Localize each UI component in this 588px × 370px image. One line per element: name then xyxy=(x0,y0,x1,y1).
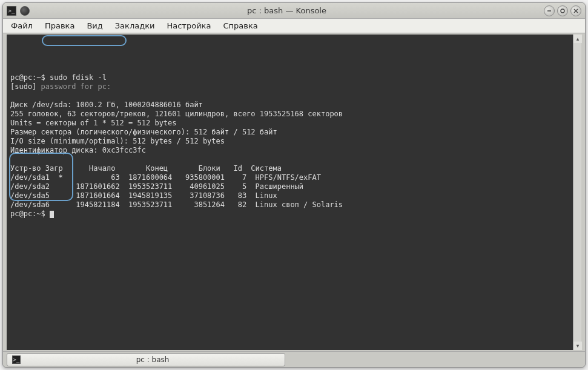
terminal[interactable]: pc@pc:~$ sudo fdisk -l[sudo] password fo… xyxy=(7,35,573,350)
titlebar[interactable]: >_ pc : bash — Konsole xyxy=(3,3,585,19)
terminal-line: pc@pc:~$ xyxy=(10,210,569,219)
terminal-line: Идентификатор диска: 0xc3fcc3fc xyxy=(10,146,569,155)
close-button[interactable] xyxy=(570,5,581,16)
scroll-down-arrow[interactable]: ▾ xyxy=(573,342,582,350)
terminal-line: pc@pc:~$ sudo fdisk -l xyxy=(10,73,569,82)
terminal-line: /dev/sda1 * 63 1871600064 935800001 7 HP… xyxy=(10,173,569,182)
menubar: Файл Правка Вид Закладки Настройка Справ… xyxy=(3,19,585,33)
minimize-button[interactable] xyxy=(544,5,555,16)
terminal-area: pc@pc:~$ sudo fdisk -l[sudo] password fo… xyxy=(7,35,581,350)
menu-file[interactable]: Файл xyxy=(5,20,38,31)
tab-label: pc : bash xyxy=(25,355,280,364)
terminal-line: Units = секторы of 1 * 512 = 512 bytes xyxy=(10,119,569,128)
terminal-line: Устр-во Загр Начало Конец Блоки Id Систе… xyxy=(10,164,569,173)
terminal-line: /dev/sda2 1871601662 1953523711 40961025… xyxy=(10,182,569,191)
app-icon: >_ xyxy=(7,6,16,16)
tab-app-icon: >_ xyxy=(12,355,21,364)
menu-bookmarks[interactable]: Закладки xyxy=(110,20,160,31)
terminal-line: /dev/sda6 1945821184 1953523711 3851264 … xyxy=(10,200,569,210)
svg-point-1 xyxy=(561,9,564,13)
window-title: pc : bash — Konsole xyxy=(30,6,544,15)
terminal-line xyxy=(10,91,569,101)
scroll-up-arrow[interactable]: ▴ xyxy=(573,35,582,43)
menu-help[interactable]: Справка xyxy=(217,20,263,31)
konsole-window: >_ pc : bash — Konsole Файл Правка Вид З… xyxy=(2,2,586,368)
scroll-track[interactable] xyxy=(573,43,581,342)
pin-icon[interactable] xyxy=(20,6,30,16)
terminal-line: Диск /dev/sda: 1000.2 Гб, 1000204886016 … xyxy=(10,101,569,110)
terminal-line xyxy=(10,155,569,164)
tabbar: >_ pc : bash xyxy=(3,351,585,367)
terminal-line: Размер сектора (логического/физического)… xyxy=(10,128,569,137)
menu-edit[interactable]: Правка xyxy=(39,20,80,31)
highlight-command xyxy=(42,35,127,46)
scrollbar[interactable]: ▴ ▾ xyxy=(573,35,581,350)
terminal-line: [sudo] password for pc: xyxy=(10,82,569,91)
maximize-button[interactable] xyxy=(557,5,568,16)
terminal-line: /dev/sda5 1871601664 1945819135 37108736… xyxy=(10,191,569,200)
tab-terminal[interactable]: >_ pc : bash xyxy=(7,353,285,366)
menu-settings[interactable]: Настройка xyxy=(161,20,216,31)
terminal-line: I/O size (minimum/optimal): 512 bytes / … xyxy=(10,137,569,146)
menu-view[interactable]: Вид xyxy=(81,20,108,31)
terminal-line: 255 головок, 63 секторов/треков, 121601 … xyxy=(10,110,569,119)
